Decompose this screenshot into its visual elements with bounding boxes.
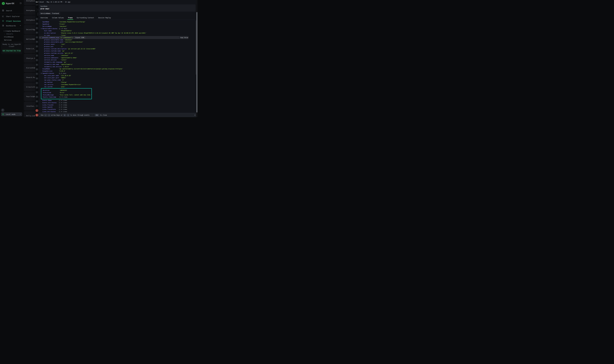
j-key[interactable]: j <box>67 114 69 116</box>
attribute-row-process.runtime.description[interactable]: process.runtime.description"go version g… <box>42 48 197 50</box>
attribute-row-scopeversion[interactable]: ScopeVersion"0.60.0" <box>42 70 197 72</box>
tab-overview[interactable]: Overview <box>40 16 48 20</box>
attribute-row-service.name[interactable]: service.name"checkout" <box>42 54 197 57</box>
event-row[interactable] <box>35 72 39 76</box>
session-card[interactable]: Kieran92@h <box>24 63 35 72</box>
attribute-row-links.traceid[interactable]: Links.TraceId[] 0 items <box>42 104 197 106</box>
attribute-row-telemetry.sdk.language[interactable]: telemetry.sdk.language"go" <box>42 61 197 63</box>
arrow-right-key[interactable]: → <box>48 114 50 116</box>
event-row[interactable] <box>35 108 39 113</box>
event-row[interactable] <box>35 58 39 63</box>
event-row[interactable] <box>35 35 39 39</box>
session-card[interactable]: Shaniya.Sc <box>24 54 35 63</box>
esc-key[interactable]: ESC <box>95 114 99 116</box>
sidebar-item-search[interactable]: Search <box>0 8 23 13</box>
attribute-row-servicename[interactable]: ServiceName"checkout" <box>42 25 197 27</box>
create-dashboard-button[interactable]: + Create Dashboard <box>0 29 23 32</box>
attribute-row-service.version[interactable]: service.version"latest" <box>42 59 197 61</box>
attribute-row-telemetry.sdk.version[interactable]: telemetry.sdk.version"1.35.0" <box>42 65 197 68</box>
event-row[interactable] <box>35 26 39 30</box>
event-row[interactable] <box>35 104 39 108</box>
session-card[interactable]: Anonymous <box>24 15 35 25</box>
sidebar-item-dashboards[interactable]: Dashboards <box>0 24 23 28</box>
attribute-row-events.timestamp[interactable]: Events.Timestamp[] 0 items <box>43 96 91 98</box>
attribute-row-net.sock.peer.addr[interactable]: net.sock.peer.addr"172.28.0.10" <box>42 74 197 77</box>
attribute-row-statuscode[interactable]: StatusCode"Error" <box>43 91 91 94</box>
preset-item-clickhouse[interactable]: Clickhouse <box>0 35 23 39</box>
k-key[interactable]: k <box>63 114 66 116</box>
event-row[interactable] <box>35 67 39 72</box>
page-scrollbar[interactable] <box>196 0 197 117</box>
page-scrollbar-thumb[interactable] <box>196 12 197 113</box>
attribute-row-telemetry.sdk.name[interactable]: telemetry.sdk.name"opentelemetry" <box>42 63 197 66</box>
session-card[interactable]: Walton9@ho <box>24 35 35 44</box>
tab-trace[interactable]: Trace <box>68 16 73 20</box>
attribute-row-duration[interactable]: Duration"28656333" <box>43 89 91 91</box>
presets-header[interactable]: PRESETS <box>0 32 23 35</box>
event-row[interactable] <box>35 95 39 99</box>
arrow-left-key[interactable]: ← <box>44 114 47 116</box>
attribute-row-spanname[interactable]: SpanName"oteldemo.PaymentService/Charge" <box>42 21 197 23</box>
event-row[interactable] <box>35 85 39 90</box>
attribute-row-process.runtime.name[interactable]: process.runtime.name"go" <box>42 50 197 52</box>
attribute-row-scopename[interactable]: ScopeName"go.opentelemetry.io/contrib/in… <box>42 68 197 70</box>
event-row[interactable] <box>35 49 39 53</box>
search-input[interactable]: Sea <box>36 8 39 12</box>
event-row[interactable] <box>35 40 39 44</box>
filter-chip[interactable]: H <box>37 13 39 16</box>
preset-item-services[interactable]: Services <box>0 39 23 41</box>
sidebar-item-client-sessions[interactable]: Client Sessions <box>0 19 23 24</box>
session-card[interactable]: Roderick_S <box>24 44 35 53</box>
event-row[interactable] <box>35 113 39 117</box>
attribute-row-os.description[interactable]: os.description"Alpine Linux 3.21.3 (Linu… <box>42 32 197 34</box>
attribute-row-links.attributes[interactable]: Links.Attributes[] 0 items <box>42 111 197 113</box>
help-button[interactable]: ? <box>1 108 4 112</box>
session-card[interactable]: Jonathan.B <box>24 102 35 111</box>
attribute-row-rpc.grpc.status_code[interactable]: rpc.grpc.status_code"2" <box>42 79 197 81</box>
event-row[interactable] <box>35 21 39 26</box>
attribute-row-resourceattributes[interactable]: ▼ResourceAttributes{} 17 keys <box>42 27 197 30</box>
attribute-row-process.executable.name[interactable]: process.executable.name"checkout" <box>42 39 197 41</box>
get-started-button[interactable]: Get Started for Free <box>2 49 21 52</box>
attribute-row-service.namespace[interactable]: service.namespace"opentelemetry-demo" <box>42 57 197 59</box>
attribute-row-process.runtime.version[interactable]: process.runtime.version"go1.22.12" <box>42 52 197 54</box>
attribute-row-statusmessage[interactable]: StatusMessage"Visa cache full: cannot ad… <box>43 94 91 96</box>
tab-surrounding-context[interactable]: Surrounding Context <box>77 16 94 20</box>
attribute-row-links.spanid[interactable]: Links.SpanId[] 0 items <box>42 106 197 108</box>
event-row[interactable] <box>35 81 39 85</box>
attribute-row-process.executable.path[interactable]: process.executable.path"/usr/src/app/che… <box>42 41 197 43</box>
session-card[interactable]: Ernesto33@ <box>24 82 35 91</box>
event-row[interactable] <box>35 17 39 21</box>
event-row[interactable] <box>35 90 39 95</box>
tab-session-replay[interactable]: Session Replay <box>98 16 111 20</box>
attribute-row-events.name[interactable]: Events.Name[] 0 items <box>42 99 197 102</box>
session-card[interactable]: Anonymous <box>24 0 35 5</box>
event-row[interactable] <box>35 76 39 81</box>
session-card[interactable]: Anonymous <box>24 6 35 15</box>
attribute-row-host.name[interactable]: host.name"0faab73597c5" <box>42 30 197 32</box>
attribute-row-rpc.system[interactable]: rpc.system"grpc" <box>42 86 197 88</box>
expand-json-button[interactable]: Expand JSON <box>74 36 85 39</box>
event-row[interactable] <box>35 44 39 49</box>
tab-column-values[interactable]: Column Values <box>52 16 64 20</box>
event-row[interactable] <box>35 30 39 35</box>
attribute-row-events.attributes[interactable]: Events.Attributes[] 0 items <box>42 102 197 104</box>
session-card[interactable]: Deion37@gm <box>24 25 35 34</box>
attribute-row-process.pid[interactable]: process.pid"1" <box>42 45 197 48</box>
attribute-row-net.sock.peer.port[interactable]: net.sock.peer.port"50051" <box>42 77 197 79</box>
attribute-row-rpc.method[interactable]: rpc.method"Charge" <box>42 81 197 83</box>
attribute-row-spankind[interactable]: SpanKind"Client" <box>42 23 197 25</box>
service-name-tag[interactable]: ServiceName: frontend <box>39 12 60 15</box>
event-row[interactable] <box>35 99 39 104</box>
session-card[interactable]: Dolly.Lubo <box>24 111 35 117</box>
attribute-row-rpc.service[interactable]: rpc.service"oteldemo.PaymentService" <box>42 83 197 86</box>
attribute-row-process.owner[interactable]: process.owner"root" <box>42 43 197 45</box>
sidebar-item-chart-explorer[interactable]: Chart Explorer <box>0 14 23 19</box>
user-menu[interactable]: U Local mode ❯ <box>1 112 22 116</box>
attribute-row-tracestate[interactable]: TraceState <box>42 20 197 21</box>
session-card[interactable]: Pearl43@ho <box>24 92 35 101</box>
event-row[interactable] <box>35 63 39 67</box>
event-row[interactable] <box>35 53 39 58</box>
session-card[interactable]: Howard.Run <box>24 73 35 82</box>
close-icon[interactable]: ✕ <box>195 114 196 116</box>
